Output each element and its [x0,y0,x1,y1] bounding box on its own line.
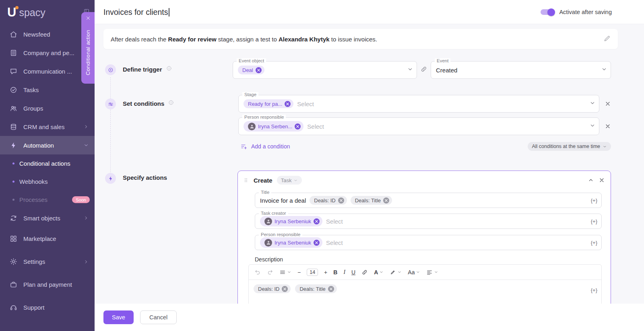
bold-button[interactable]: B [333,269,337,275]
stage-chip[interactable]: Ready for pa... [244,99,293,108]
insert-link-icon[interactable] [361,269,368,275]
chip-label: Deals: ID [258,286,279,292]
chip-remove-icon[interactable] [285,101,291,107]
task-creator-select[interactable]: Task creator Iryna Serbeniuk Select {+} [255,214,602,229]
add-condition-label: Add a condition [251,143,290,150]
collapse-card-icon[interactable] [588,177,594,183]
sidebar-item-groups[interactable]: Groups [0,99,95,117]
action-type-dropdown[interactable]: Task [277,176,302,185]
chevron-down-icon[interactable] [589,100,596,108]
responsible-condition-select[interactable]: Person responsible Iryna Serben... Selec… [238,117,599,135]
save-button[interactable]: Save [103,310,134,324]
sidebar-item-support[interactable]: Support [0,296,95,319]
sidebar-item-label: CRM and sales [23,123,65,130]
insert-variable-button[interactable]: {+} [591,240,597,246]
sidebar-item-settings[interactable]: Settings [0,250,95,273]
chevron-down-icon[interactable] [407,66,413,74]
description-content[interactable]: Deals: ID Deals: Title {+} [249,280,601,298]
activate-toggle-label: Activate after saving [559,9,612,15]
add-condition-button[interactable]: Add a condition [240,143,290,150]
creator-chip[interactable]: Iryna Serbeniuk [260,216,322,226]
remove-condition-button[interactable] [605,101,611,107]
chip-remove-icon[interactable] [282,286,288,292]
insert-variable-button[interactable]: {+} [591,287,597,293]
font-color-dropdown[interactable]: A [374,269,384,275]
chip-remove-icon[interactable] [295,123,301,130]
activate-toggle[interactable] [541,9,554,15]
tasks-icon [9,86,18,94]
avatar [248,123,256,130]
chip-remove-icon[interactable] [256,67,262,73]
sidebar-item-plan-payment[interactable]: Plan and payment [0,273,95,296]
info-icon[interactable] [166,66,172,73]
app-logo[interactable]: U spacy [0,0,95,25]
editor-footer: Save Cancel [95,304,644,331]
font-size-increase-button[interactable]: + [324,269,327,275]
conditional-action-panel-tab[interactable]: Conditional action [81,12,95,84]
sidebar-item-company[interactable]: Company and pe... [0,43,95,62]
sidebar-item-smart-objects[interactable]: Smart objects [0,209,95,227]
select-placeholder: Select [326,218,343,225]
sidebar-item-conditional-actions[interactable]: Conditional actions [0,154,95,173]
variable-chip-deals-title[interactable]: Deals: Title [351,196,392,205]
sidebar-item-label: Smart objects [23,215,60,222]
sidebar-item-processes[interactable]: Processes Soon [0,191,95,209]
sidebar-item-newsfeed[interactable]: Newsfeed [0,25,95,43]
highlight-dropdown[interactable] [390,269,402,275]
automation-summary-banner: After deals reach the Ready for review s… [103,29,618,49]
sidebar-item-crm[interactable]: CRM and sales [0,117,95,136]
automation-name-input[interactable]: Invoices for clients [103,0,169,24]
paragraph-style-dropdown[interactable] [279,269,291,275]
chevron-down-icon [603,144,607,149]
chip-remove-icon[interactable] [338,197,344,204]
task-title-field[interactable]: Title Invoice for a deal Deals: ID Deals… [255,193,602,208]
italic-button[interactable]: I [343,269,345,275]
close-panel-icon[interactable] [85,15,91,23]
chevron-down-icon[interactable] [589,122,596,130]
close-card-icon[interactable] [599,177,605,183]
font-size-decrease-button[interactable]: − [297,269,301,275]
chip-remove-icon[interactable] [328,286,334,292]
sidebar-item-automation[interactable]: Automation [0,136,95,154]
underline-button[interactable]: U [351,269,355,275]
info-icon[interactable] [168,100,174,107]
deal-chip[interactable]: Deal [238,66,264,74]
chip-remove-icon[interactable] [383,197,389,204]
sidebar-item-marketplace[interactable]: Marketplace [0,227,95,250]
event-object-label: Event object [237,58,266,63]
responsible-chip[interactable]: Iryna Serben... [244,121,303,132]
sidebar: U spacy Newsfeed Company and pe... Commu… [0,0,95,331]
redo-icon[interactable] [267,269,273,275]
cancel-button[interactable]: Cancel [140,310,177,324]
condition-row-responsible: Person responsible Iryna Serben... Selec… [238,117,611,135]
description-label: Description [255,256,283,263]
responsible-chip[interactable]: Iryna Serbeniuk [260,237,322,248]
variable-chip-deals-id[interactable]: Deals: ID [254,284,291,293]
logo-orange-dot [15,6,19,9]
undo-icon[interactable] [254,269,261,275]
drag-handle-icon[interactable] [243,177,249,183]
sidebar-item-tasks[interactable]: Tasks [0,80,95,99]
conditions-step-label: Set conditions [123,100,164,107]
chip-remove-icon[interactable] [314,240,320,246]
text-case-dropdown[interactable]: Aa [408,269,420,275]
chip-remove-icon[interactable] [314,218,320,224]
chevron-down-icon[interactable] [601,66,607,74]
select-placeholder: Select [297,101,314,107]
sidebar-item-communication[interactable]: Communication ... [0,62,95,80]
step-connector-line [110,77,111,178]
event-select[interactable]: Event Created [431,61,611,79]
stage-condition-select[interactable]: Stage Ready for pa... Select [238,95,599,113]
remove-condition-button[interactable] [605,123,611,130]
sidebar-item-webhooks[interactable]: Webhooks [0,173,95,191]
variable-chip-deals-id[interactable]: Deals: ID [310,196,347,205]
edit-pencil-icon[interactable] [603,35,611,43]
variable-chip-deals-title[interactable]: Deals: Title [295,284,336,293]
font-size-value[interactable]: 14 [307,269,318,276]
conditions-logic-dropdown[interactable]: All conditions at the same time [528,142,611,151]
insert-variable-button[interactable]: {+} [591,197,597,204]
align-dropdown[interactable] [426,269,438,275]
task-responsible-select[interactable]: Person responsible Iryna Serbeniuk Selec… [255,235,602,250]
insert-variable-button[interactable]: {+} [591,218,597,224]
event-object-select[interactable]: Event object Deal [233,61,417,79]
